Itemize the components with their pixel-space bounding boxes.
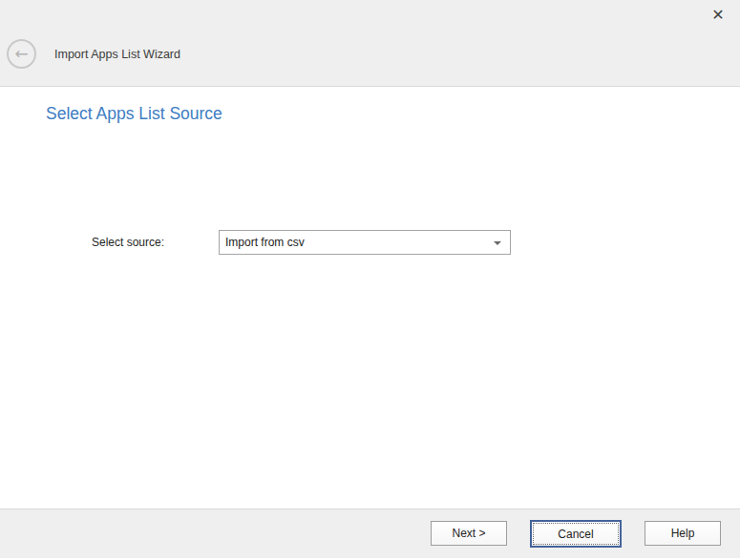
close-button[interactable]: ✕ <box>706 3 730 28</box>
wizard-title: Import Apps List Wizard <box>54 48 180 62</box>
page-title: Select Apps List Source <box>46 104 222 124</box>
help-button[interactable]: Help <box>645 521 721 546</box>
chevron-down-icon <box>494 241 501 245</box>
wizard-header: ✕ ← Import Apps List Wizard <box>0 0 740 87</box>
wizard-window: ✕ ← Import Apps List Wizard Select Apps … <box>0 0 740 560</box>
next-button[interactable]: Next > <box>431 521 507 546</box>
wizard-footer: Next > Cancel Help <box>0 508 740 558</box>
close-icon: ✕ <box>711 6 724 24</box>
back-button[interactable]: ← <box>7 39 36 69</box>
source-select[interactable]: Import from csv <box>219 230 511 255</box>
source-select-value: Import from csv <box>225 231 487 254</box>
cancel-button[interactable]: Cancel <box>530 520 622 548</box>
back-arrow-icon: ← <box>14 46 28 62</box>
source-label: Select source: <box>92 235 164 250</box>
